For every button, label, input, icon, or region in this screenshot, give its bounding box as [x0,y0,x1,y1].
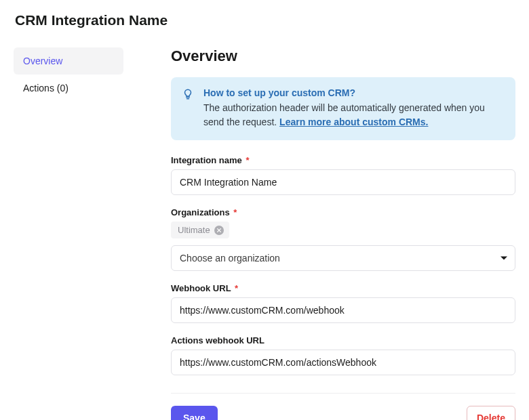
field-organizations: Organizations * Ultimate Choose an organ… [171,207,515,271]
actions-webhook-url-label: Actions webhook URL [171,335,515,345]
info-content: How to set up your custom CRM? The autho… [203,87,505,129]
integration-name-label: Integration name * [171,155,515,165]
label-text: Webhook URL [171,283,231,293]
delete-button[interactable]: Delete [467,406,515,420]
sidebar-item-label: Overview [23,56,62,66]
sidebar-item-overview[interactable]: Overview [14,47,123,75]
page-title: CRM Integration Name [14,12,515,28]
layout-container: Overview Actions (0) Overview How to set… [14,47,515,420]
webhook-url-label: Webhook URL * [171,283,515,293]
organizations-label: Organizations * [171,207,515,217]
required-star: * [233,207,237,217]
org-tag-label: Ultimate [178,225,210,235]
save-button[interactable]: Save [171,406,218,420]
organizations-select[interactable]: Choose an organization [171,245,515,271]
field-integration-name: Integration name * [171,155,515,195]
section-heading: Overview [171,47,515,65]
lightbulb-icon [182,88,194,100]
divider [171,393,515,394]
organizations-tags: Ultimate [171,222,515,238]
org-tag: Ultimate [171,222,229,238]
required-star: * [235,283,238,293]
info-body: The authorization header will be automat… [203,101,505,129]
label-text: Integration name [171,155,242,165]
main-content: Overview How to set up your custom CRM? … [171,47,515,420]
sidebar: Overview Actions (0) [14,47,123,420]
label-text: Actions webhook URL [171,335,264,345]
info-title: How to set up your custom CRM? [203,87,505,98]
info-box: How to set up your custom CRM? The autho… [171,77,515,140]
field-webhook-url: Webhook URL * [171,283,515,323]
sidebar-item-actions[interactable]: Actions (0) [14,75,123,102]
required-star: * [246,155,249,165]
label-text: Organizations [171,207,230,217]
integration-name-input[interactable] [171,169,515,195]
field-actions-webhook-url: Actions webhook URL [171,335,515,375]
footer-actions: Save Delete [171,406,515,420]
sidebar-item-label: Actions (0) [23,83,68,93]
close-icon[interactable] [214,226,224,235]
organizations-select-wrap: Choose an organization [171,245,515,271]
webhook-url-input[interactable] [171,297,515,323]
info-link[interactable]: Learn more about custom CRMs. [279,117,428,127]
actions-webhook-url-input[interactable] [171,350,515,375]
